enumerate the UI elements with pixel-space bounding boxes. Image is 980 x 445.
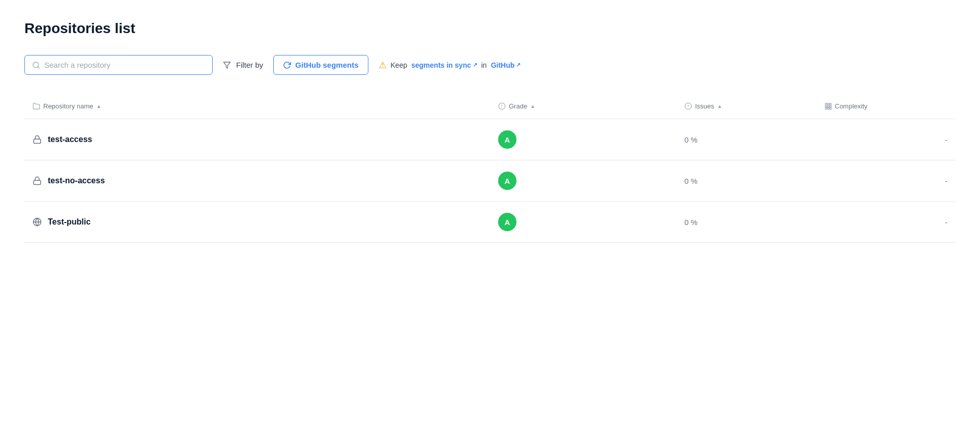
refresh-icon [283, 61, 291, 69]
repo-complexity-cell: - [816, 119, 956, 160]
warning-icon: ⚠ [379, 60, 387, 71]
table-row[interactable]: Test-public A 0 % - [24, 202, 956, 243]
repo-complexity-cell: - [816, 160, 956, 202]
grade-badge: A [498, 130, 516, 149]
table-row[interactable]: test-no-access A 0 % - [24, 160, 956, 202]
repo-grade-cell: A [490, 202, 676, 243]
repo-issues-cell: 0 % [676, 202, 816, 243]
repo-name-cell[interactable]: test-access [24, 119, 490, 160]
filter-icon [223, 61, 231, 69]
sync-in-text: in [481, 61, 487, 69]
column-name-label: Repository name [43, 102, 93, 110]
svg-rect-19 [34, 180, 41, 184]
table-header-row: Repository name ▲ Grade ▲ [24, 95, 956, 119]
search-icon [32, 61, 40, 69]
svg-rect-12 [825, 105, 826, 107]
external-link-icon-2: ↗ [516, 62, 521, 68]
repo-complexity-cell: - [816, 202, 956, 243]
svg-line-1 [38, 67, 39, 68]
repositories-table: Repository name ▲ Grade ▲ [24, 95, 956, 243]
sync-text-keep: Keep [391, 61, 408, 69]
toolbar: Filter by GitHub segments ⚠ Keep segment… [24, 55, 956, 75]
svg-rect-15 [825, 108, 826, 109]
folder-icon [33, 102, 40, 110]
column-header-grade[interactable]: Grade ▲ [490, 95, 676, 119]
lock-icon [33, 176, 42, 185]
sort-arrow-issues: ▲ [717, 103, 723, 109]
page-title: Repositories list [24, 20, 956, 37]
grade-badge: A [498, 213, 516, 231]
github-segments-button[interactable]: GitHub segments [273, 55, 368, 75]
svg-rect-16 [827, 108, 829, 109]
column-complexity-label: Complexity [835, 102, 868, 110]
sync-notice: ⚠ Keep segments in sync ↗ in GitHub ↗ [379, 60, 521, 71]
repo-name: Test-public [48, 217, 91, 227]
svg-rect-13 [827, 105, 829, 107]
svg-rect-18 [34, 139, 41, 143]
filter-label: Filter by [236, 61, 263, 69]
repo-name-cell[interactable]: test-no-access [24, 160, 490, 202]
segments-in-sync-link[interactable]: segments in sync ↗ [411, 61, 477, 69]
column-issues-label: Issues [695, 102, 714, 110]
github-segments-label: GitHub segments [295, 61, 358, 69]
sort-arrow-name: ▲ [96, 103, 101, 109]
column-header-name[interactable]: Repository name ▲ [24, 95, 490, 119]
repo-issues-cell: 0 % [676, 160, 816, 202]
grade-badge: A [498, 172, 516, 190]
search-input[interactable] [44, 61, 205, 69]
svg-rect-14 [829, 105, 831, 107]
svg-marker-2 [223, 62, 230, 68]
column-grade-label: Grade [509, 102, 527, 110]
grade-icon [498, 102, 506, 110]
sort-arrow-grade: ▲ [530, 103, 535, 109]
filter-section: Filter by [223, 61, 263, 69]
svg-rect-17 [829, 108, 831, 109]
issues-icon [684, 102, 692, 110]
search-wrapper [24, 55, 213, 75]
column-header-issues[interactable]: Issues ▲ [676, 95, 816, 119]
svg-rect-10 [827, 103, 829, 105]
complexity-icon [824, 102, 832, 110]
repo-issues-cell: 0 % [676, 119, 816, 160]
svg-rect-9 [825, 103, 826, 105]
repo-name: test-no-access [48, 176, 105, 185]
column-header-complexity[interactable]: Complexity [816, 95, 956, 119]
lock-icon [33, 135, 42, 144]
external-link-icon-1: ↗ [473, 62, 477, 68]
github-link[interactable]: GitHub ↗ [491, 61, 521, 69]
globe-icon [33, 217, 42, 227]
repo-grade-cell: A [490, 119, 676, 160]
repo-name-cell[interactable]: Test-public [24, 202, 490, 243]
repo-grade-cell: A [490, 160, 676, 202]
svg-rect-11 [829, 103, 831, 105]
repo-name: test-access [48, 135, 92, 144]
table-row[interactable]: test-access A 0 % - [24, 119, 956, 160]
